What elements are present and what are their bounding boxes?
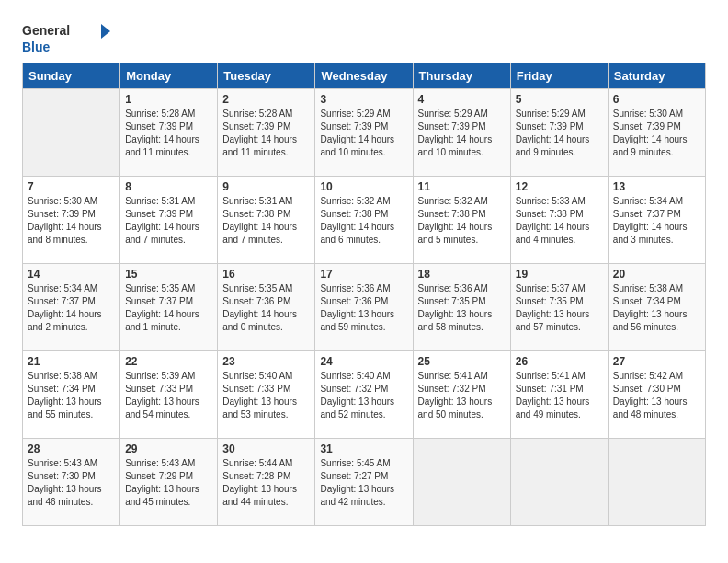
calendar-cell: 17 Sunrise: 5:36 AMSunset: 7:36 PMDaylig… bbox=[315, 264, 413, 351]
page-header: General Blue bbox=[22, 18, 706, 55]
cell-content: Sunrise: 5:32 AMSunset: 7:38 PMDaylight:… bbox=[418, 195, 506, 247]
day-number: 7 bbox=[28, 180, 115, 193]
cell-content: Sunrise: 5:40 AMSunset: 7:32 PMDaylight:… bbox=[320, 370, 407, 421]
cell-content: Sunrise: 5:36 AMSunset: 7:35 PMDaylight:… bbox=[418, 282, 506, 334]
day-number: 31 bbox=[320, 442, 407, 455]
week-row-2: 7 Sunrise: 5:30 AMSunset: 7:39 PMDayligh… bbox=[23, 177, 706, 264]
calendar-cell: 16 Sunrise: 5:35 AMSunset: 7:36 PMDaylig… bbox=[218, 264, 315, 351]
svg-text:General: General bbox=[22, 23, 70, 38]
cell-content: Sunrise: 5:35 AMSunset: 7:36 PMDaylight:… bbox=[222, 282, 310, 334]
calendar-cell: 28 Sunrise: 5:43 AMSunset: 7:30 PMDaylig… bbox=[23, 439, 120, 526]
cell-content: Sunrise: 5:45 AMSunset: 7:27 PMDaylight:… bbox=[320, 457, 407, 509]
logo-svg: General Blue bbox=[22, 18, 114, 55]
cell-content: Sunrise: 5:41 AMSunset: 7:31 PMDaylight:… bbox=[516, 370, 603, 421]
day-number: 10 bbox=[320, 180, 407, 193]
calendar-cell: 21 Sunrise: 5:38 AMSunset: 7:34 PMDaylig… bbox=[23, 351, 120, 439]
calendar-cell: 8 Sunrise: 5:31 AMSunset: 7:39 PMDayligh… bbox=[120, 177, 218, 264]
day-number: 23 bbox=[222, 355, 310, 368]
calendar-cell: 29 Sunrise: 5:43 AMSunset: 7:29 PMDaylig… bbox=[120, 439, 218, 526]
header-cell-monday: Monday bbox=[120, 63, 218, 89]
calendar-cell: 13 Sunrise: 5:34 AMSunset: 7:37 PMDaylig… bbox=[608, 177, 705, 264]
calendar-cell: 11 Sunrise: 5:32 AMSunset: 7:38 PMDaylig… bbox=[413, 177, 510, 264]
day-number: 20 bbox=[613, 268, 700, 281]
cell-content: Sunrise: 5:30 AMSunset: 7:39 PMDaylight:… bbox=[28, 195, 115, 247]
cell-content: Sunrise: 5:42 AMSunset: 7:30 PMDaylight:… bbox=[613, 370, 700, 421]
calendar-cell bbox=[510, 439, 608, 526]
day-number: 13 bbox=[613, 180, 700, 193]
calendar-cell: 4 Sunrise: 5:29 AMSunset: 7:39 PMDayligh… bbox=[413, 89, 510, 177]
day-number: 8 bbox=[125, 180, 212, 193]
day-number: 27 bbox=[613, 355, 700, 368]
day-number: 16 bbox=[222, 268, 310, 281]
day-number: 22 bbox=[125, 355, 212, 368]
calendar-cell: 1 Sunrise: 5:28 AMSunset: 7:39 PMDayligh… bbox=[120, 89, 218, 177]
cell-content: Sunrise: 5:31 AMSunset: 7:39 PMDaylight:… bbox=[125, 195, 212, 247]
cell-content: Sunrise: 5:40 AMSunset: 7:33 PMDaylight:… bbox=[222, 370, 310, 421]
cell-content: Sunrise: 5:43 AMSunset: 7:29 PMDaylight:… bbox=[125, 457, 212, 509]
day-number: 28 bbox=[28, 442, 115, 455]
calendar-cell bbox=[413, 439, 510, 526]
cell-content: Sunrise: 5:29 AMSunset: 7:39 PMDaylight:… bbox=[418, 108, 506, 159]
calendar-cell: 10 Sunrise: 5:32 AMSunset: 7:38 PMDaylig… bbox=[315, 177, 413, 264]
day-number: 12 bbox=[516, 180, 603, 193]
cell-content: Sunrise: 5:35 AMSunset: 7:37 PMDaylight:… bbox=[125, 282, 212, 334]
calendar-table: SundayMondayTuesdayWednesdayThursdayFrid… bbox=[22, 63, 706, 526]
header-row: SundayMondayTuesdayWednesdayThursdayFrid… bbox=[23, 63, 706, 89]
calendar-cell: 26 Sunrise: 5:41 AMSunset: 7:31 PMDaylig… bbox=[510, 351, 608, 439]
cell-content: Sunrise: 5:29 AMSunset: 7:39 PMDaylight:… bbox=[320, 108, 407, 159]
cell-content: Sunrise: 5:37 AMSunset: 7:35 PMDaylight:… bbox=[516, 282, 603, 334]
cell-content: Sunrise: 5:38 AMSunset: 7:34 PMDaylight:… bbox=[613, 282, 700, 334]
calendar-cell: 31 Sunrise: 5:45 AMSunset: 7:27 PMDaylig… bbox=[315, 439, 413, 526]
day-number: 24 bbox=[320, 355, 407, 368]
cell-content: Sunrise: 5:36 AMSunset: 7:36 PMDaylight:… bbox=[320, 282, 407, 334]
cell-content: Sunrise: 5:39 AMSunset: 7:33 PMDaylight:… bbox=[125, 370, 212, 421]
cell-content: Sunrise: 5:30 AMSunset: 7:39 PMDaylight:… bbox=[613, 108, 700, 159]
day-number: 26 bbox=[516, 355, 603, 368]
day-number: 1 bbox=[125, 93, 212, 106]
day-number: 4 bbox=[418, 93, 506, 106]
header-cell-sunday: Sunday bbox=[23, 63, 120, 89]
cell-content: Sunrise: 5:33 AMSunset: 7:38 PMDaylight:… bbox=[516, 195, 603, 247]
day-number: 30 bbox=[222, 442, 310, 455]
calendar-cell: 24 Sunrise: 5:40 AMSunset: 7:32 PMDaylig… bbox=[315, 351, 413, 439]
day-number: 14 bbox=[28, 268, 115, 281]
day-number: 25 bbox=[418, 355, 506, 368]
header-cell-tuesday: Tuesday bbox=[218, 63, 315, 89]
calendar-cell: 6 Sunrise: 5:30 AMSunset: 7:39 PMDayligh… bbox=[608, 89, 705, 177]
day-number: 21 bbox=[28, 355, 115, 368]
day-number: 2 bbox=[222, 93, 310, 106]
calendar-cell: 3 Sunrise: 5:29 AMSunset: 7:39 PMDayligh… bbox=[315, 89, 413, 177]
cell-content: Sunrise: 5:41 AMSunset: 7:32 PMDaylight:… bbox=[418, 370, 506, 421]
day-number: 3 bbox=[320, 93, 407, 106]
calendar-cell: 12 Sunrise: 5:33 AMSunset: 7:38 PMDaylig… bbox=[510, 177, 608, 264]
calendar-cell: 7 Sunrise: 5:30 AMSunset: 7:39 PMDayligh… bbox=[23, 177, 120, 264]
calendar-cell: 27 Sunrise: 5:42 AMSunset: 7:30 PMDaylig… bbox=[608, 351, 705, 439]
cell-content: Sunrise: 5:43 AMSunset: 7:30 PMDaylight:… bbox=[28, 457, 115, 509]
cell-content: Sunrise: 5:38 AMSunset: 7:34 PMDaylight:… bbox=[28, 370, 115, 421]
day-number: 9 bbox=[222, 180, 310, 193]
calendar-cell: 5 Sunrise: 5:29 AMSunset: 7:39 PMDayligh… bbox=[510, 89, 608, 177]
cell-content: Sunrise: 5:31 AMSunset: 7:38 PMDaylight:… bbox=[222, 195, 310, 247]
cell-content: Sunrise: 5:28 AMSunset: 7:39 PMDaylight:… bbox=[125, 108, 212, 159]
calendar-cell: 22 Sunrise: 5:39 AMSunset: 7:33 PMDaylig… bbox=[120, 351, 218, 439]
calendar-cell: 20 Sunrise: 5:38 AMSunset: 7:34 PMDaylig… bbox=[608, 264, 705, 351]
header-cell-wednesday: Wednesday bbox=[315, 63, 413, 89]
calendar-cell: 15 Sunrise: 5:35 AMSunset: 7:37 PMDaylig… bbox=[120, 264, 218, 351]
cell-content: Sunrise: 5:28 AMSunset: 7:39 PMDaylight:… bbox=[222, 108, 310, 159]
svg-marker-1 bbox=[101, 24, 110, 39]
day-number: 6 bbox=[613, 93, 700, 106]
week-row-3: 14 Sunrise: 5:34 AMSunset: 7:37 PMDaylig… bbox=[23, 264, 706, 351]
week-row-5: 28 Sunrise: 5:43 AMSunset: 7:30 PMDaylig… bbox=[23, 439, 706, 526]
calendar-cell: 18 Sunrise: 5:36 AMSunset: 7:35 PMDaylig… bbox=[413, 264, 510, 351]
day-number: 17 bbox=[320, 268, 407, 281]
header-cell-friday: Friday bbox=[510, 63, 608, 89]
calendar-cell bbox=[608, 439, 705, 526]
cell-content: Sunrise: 5:34 AMSunset: 7:37 PMDaylight:… bbox=[28, 282, 115, 334]
logo: General Blue bbox=[22, 18, 114, 55]
cell-content: Sunrise: 5:32 AMSunset: 7:38 PMDaylight:… bbox=[320, 195, 407, 247]
calendar-cell: 9 Sunrise: 5:31 AMSunset: 7:38 PMDayligh… bbox=[218, 177, 315, 264]
calendar-cell: 30 Sunrise: 5:44 AMSunset: 7:28 PMDaylig… bbox=[218, 439, 315, 526]
day-number: 5 bbox=[516, 93, 603, 106]
day-number: 18 bbox=[418, 268, 506, 281]
calendar-cell bbox=[23, 89, 120, 177]
